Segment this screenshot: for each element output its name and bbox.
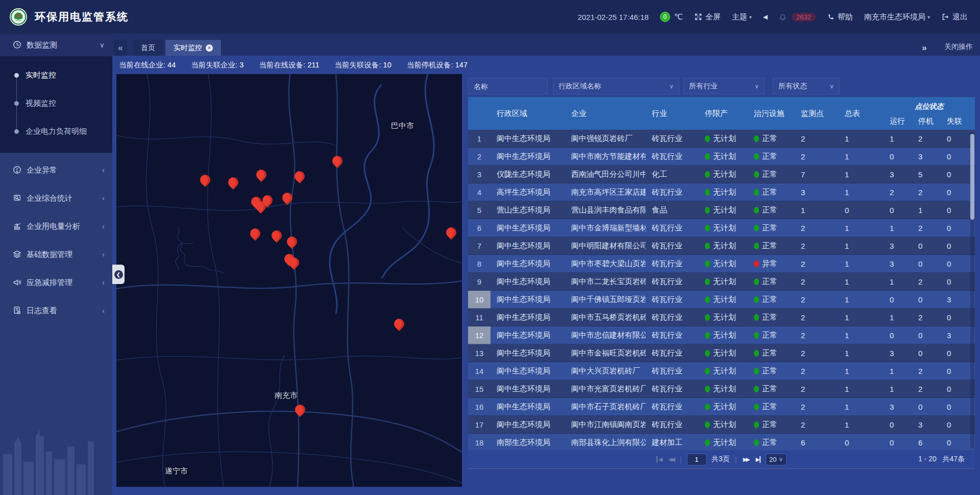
table-row[interactable]: 4高坪生态环境局南充市高坪区王家店建砖瓦行业无计划正常31220	[468, 183, 975, 201]
previous-page-button[interactable]: ◀◀	[667, 456, 675, 463]
region-filter-select[interactable]: 行政区域名称 ∨	[553, 78, 679, 95]
panel-collapse-button[interactable]: ❮	[112, 265, 125, 284]
table-row[interactable]: 2阆中生态环境局阆中市南方节能建材有砖瓦行业无计划正常21030	[468, 148, 975, 166]
chevron-left-icon: ‹	[102, 194, 105, 202]
table-row[interactable]: 1阆中生态环境局阆中强锐页岩砖厂砖瓦行业无计划正常21120	[468, 130, 975, 148]
help-button[interactable]: 帮助	[827, 12, 853, 22]
status-dot-ok	[705, 404, 710, 410]
status-filter-select[interactable]: 所有状态 ∨	[773, 78, 840, 95]
stat-item: 当前在线企业: 44	[119, 60, 176, 70]
page-title: 环保用电监管系统	[35, 10, 129, 24]
sidebar-item-emergency-reduction[interactable]: 应急减排管理‹	[0, 271, 112, 294]
next-page-button[interactable]: ▶▶	[742, 456, 750, 463]
table-row[interactable]: 17阆中生态环境局阆中市江南镇阆南页岩砖瓦行业无计划正常21030	[468, 416, 975, 434]
sidebar-item-enterprise-abnormal[interactable]: 企业异常‹	[0, 159, 112, 181]
temperature-indicator: 0 ℃	[660, 12, 683, 22]
notification-area[interactable]: 2632	[779, 13, 816, 21]
cell-points: 2	[795, 380, 839, 398]
sidebar-item-log-view[interactable]: 日志查看‹	[0, 299, 112, 322]
cell-industry: 砖瓦行业	[646, 380, 699, 398]
cell-points: 7	[795, 166, 839, 183]
table-row[interactable]: 9阆中生态环境局阆中市二龙长宝页岩砖砖瓦行业无计划正常21120	[468, 273, 975, 291]
map-roads	[116, 74, 462, 487]
status-dot-ok	[705, 332, 710, 339]
table-row[interactable]: 10阆中生态环境局阆中千佛镇五郎垭页岩砖瓦行业无计划正常21003	[468, 291, 975, 309]
search-name-input[interactable]	[474, 82, 542, 90]
sidebar-subitem-video-monitor[interactable]: 视频监控	[0, 89, 112, 117]
cell-limit: 无计划	[699, 237, 748, 255]
stat-label: 当前失联设备:	[335, 61, 383, 69]
cell-points: 2	[795, 219, 839, 237]
theme-menu[interactable]: 主题 ▾	[732, 12, 752, 22]
sidebar-item-data-monitor[interactable]: 数据监测∨	[0, 34, 112, 56]
scrollbar-thumb[interactable]	[970, 134, 974, 220]
table-row[interactable]: 15阆中生态环境局阆中市光富页岩机砖厂砖瓦行业无计划正常21120	[468, 380, 975, 398]
table-row[interactable]: 14阆中生态环境局阆中大兴页岩机砖厂砖瓦行业无计划正常21120	[468, 362, 975, 380]
tab-close-icon[interactable]: ✕	[206, 44, 213, 52]
table-row[interactable]: 16阆中生态环境局阆中市石子页岩机砖厂砖瓦行业无计划正常21300	[468, 398, 975, 416]
stat-item: 当前失联设备: 10	[335, 60, 391, 70]
cell-meters: 1	[839, 362, 884, 380]
chevron-left-icon: ‹	[102, 222, 105, 230]
tab-realtime-monitor-label: 实时监控	[174, 43, 202, 53]
table-row[interactable]: 6阆中生态环境局阆中市金博瑞新型墙材砖瓦行业无计划正常21120	[468, 219, 975, 237]
cell-region: 阆中生态环境局	[491, 130, 565, 148]
table-row[interactable]: 18南部生态环境局南部县珠化上润有限公建材加工无计划正常60060	[468, 434, 975, 450]
status-dot-ok	[705, 171, 710, 178]
temperature-unit: ℃	[674, 12, 683, 21]
first-page-button[interactable]: ◀	[656, 456, 662, 463]
tab-home[interactable]: 首页	[133, 40, 163, 56]
table-row[interactable]: 8阆中生态环境局阆中市枣碧大梁山页岩砖瓦行业无计划异常21300	[468, 255, 975, 273]
org-menu[interactable]: 南充市生态环境局 ▾	[864, 12, 930, 22]
table-row[interactable]: 12阆中生态环境局阆中市忠信建材有限公砖瓦行业无计划正常21003	[468, 326, 975, 344]
cell-lost: 0	[941, 166, 975, 183]
table-row[interactable]: 5营山生态环境局营山县润丰肉食品有限食品无计划正常10010	[468, 201, 975, 219]
name-filter-field[interactable]	[468, 78, 548, 95]
tabs-scroll-right-button[interactable]: »	[918, 40, 931, 56]
sidebar-item-enterprise-statistics[interactable]: 企业综合统计‹	[0, 187, 112, 209]
app-logo-icon	[9, 8, 28, 26]
fullscreen-button[interactable]: 全屏	[694, 12, 721, 22]
table-row[interactable]: 11阆中生态环境局阆中市五马桥页岩机砖砖瓦行业无计划正常21120	[468, 309, 975, 326]
sidebar-subitem-power-load-detail[interactable]: 企业电力负荷明细	[0, 117, 112, 146]
page-number-input[interactable]	[687, 454, 706, 465]
sidebar-item-label: 基础数据管理	[27, 250, 112, 260]
sidebar-item-label: 企业用电量分析	[27, 222, 112, 231]
tab-realtime-monitor[interactable]: 实时监控 ✕	[165, 40, 221, 56]
sidebar: 数据监测∨实时监控视频监控企业电力负荷明细企业异常‹企业综合统计‹企业用电量分析…	[0, 34, 112, 495]
table-row[interactable]: 13阆中生态环境局阆中市金福旺页岩机砖砖瓦行业无计划正常21300	[468, 344, 975, 362]
sidebar-subitem-realtime-monitor[interactable]: 实时监控	[0, 61, 112, 89]
cell-limit: 无计划	[699, 309, 748, 326]
cell-no: 17	[468, 416, 491, 434]
cell-stop: 2	[912, 130, 941, 148]
table-row[interactable]: 3仪陇生态环境局西南油气田分公司川中化工无计划正常71350	[468, 166, 975, 183]
cell-no: 6	[468, 219, 491, 237]
logout-button[interactable]: 退出	[941, 12, 968, 22]
close-operations-button[interactable]: 关闭操作	[944, 42, 973, 52]
cell-company: 阆中市江南镇阆南页岩	[565, 416, 646, 434]
cell-industry: 砖瓦行业	[646, 326, 699, 344]
cell-stop: 0	[912, 237, 941, 255]
last-page-button[interactable]: ▶	[755, 456, 761, 463]
page-size-select[interactable]: 20 ∨	[766, 454, 787, 465]
cell-limit: 无计划	[699, 380, 748, 398]
tabs-scroll-left-button[interactable]: «	[114, 40, 127, 56]
cell-points: 2	[795, 398, 839, 416]
status-dot-ok	[754, 404, 759, 410]
map-panel[interactable]: 巴中市南充市遂宁市	[116, 74, 462, 487]
industry-filter-select[interactable]: 所有行业 ∨	[683, 78, 765, 95]
cell-meters: 0	[839, 434, 884, 450]
sound-mute-button[interactable]: ◀	[763, 13, 768, 20]
status-dot-ok	[754, 153, 759, 160]
cell-company: 阆中市忠信建材有限公	[565, 326, 646, 344]
column-header-facility: 治污设施	[748, 97, 795, 130]
clock-icon	[13, 40, 22, 50]
cell-no: 16	[468, 398, 491, 416]
stat-label: 当前在线企业:	[119, 61, 167, 69]
sidebar-item-basic-data-management[interactable]: 基础数据管理‹	[0, 243, 112, 266]
table-row[interactable]: 7阆中生态环境局阆中明阳建材有限公司砖瓦行业无计划正常21300	[468, 237, 975, 255]
sidebar-item-power-usage-analysis[interactable]: 企业用电量分析‹	[0, 215, 112, 238]
cell-stop: 2	[912, 273, 941, 291]
cell-region: 阆中生态环境局	[491, 255, 565, 273]
logout-label: 退出	[952, 12, 968, 22]
